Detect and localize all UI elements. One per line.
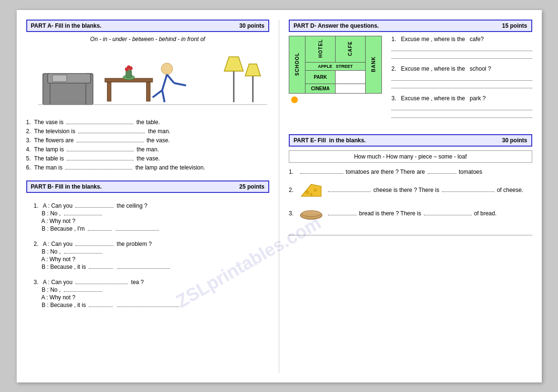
part-a-sentences: 1. The vase is the table. 2. The televis… [26, 119, 270, 171]
svg-line-14 [162, 74, 167, 90]
part-b-points: 25 points [239, 183, 264, 190]
svg-point-25 [305, 191, 309, 194]
svg-point-26 [314, 189, 316, 191]
map-school-label: SCHOOL [295, 53, 300, 76]
part-a-word-bank: On - in - under - between - behind - in … [26, 36, 270, 42]
map-cinema-label: CINEMA [305, 84, 336, 93]
bread-illustration [299, 205, 323, 222]
map-cafe-label: CAFE [347, 41, 353, 56]
part-e-word-bank: How much - How many - piece – some - loa… [289, 150, 532, 163]
part-b-dialogs: 1. A : Can you the ceiling ? B : No , A … [26, 202, 270, 308]
sentence-6: 6. The man is the lamp and the televisio… [26, 164, 270, 171]
cheese-illustration [299, 182, 323, 199]
sentence-4: 4. The lamp is the man. [26, 146, 270, 153]
part-e-header: PART E- Fill in the blanks. 30 points [289, 134, 532, 147]
dialog-3: 3. A : Can you tea ? B : No , A : Why no… [26, 279, 270, 308]
svg-point-29 [302, 210, 321, 216]
map-bank-label: BANK [371, 56, 376, 72]
question-2: 2. Excuse me , where is the school ? [391, 65, 532, 88]
svg-line-17 [167, 74, 174, 83]
worksheet-page: PART A- Fill in the blanks. 30 points On… [17, 10, 542, 382]
sentence-2: 2. The television is the man. [26, 128, 270, 135]
part-e-title: PART E- Fill in the blanks. [294, 137, 366, 144]
illustration-scene [26, 47, 270, 114]
part-b-header: PART B- Fill in the blanks. 25 points [26, 180, 270, 193]
part-d-header: PART D- Answer the questions. 15 points [289, 20, 532, 32]
food-item-3: 3. bread is there ? There is of bread. [289, 205, 532, 222]
svg-rect-4 [52, 75, 66, 82]
svg-marker-20 [224, 57, 243, 71]
right-column: PART D- Answer the questions. 15 points … [279, 20, 532, 373]
dialog-2: 2. A : Can you the problem ? B : No , A … [26, 241, 270, 270]
part-d-title: PART D- Answer the questions. [294, 22, 379, 29]
part-e-bottom-line [289, 229, 532, 235]
svg-point-12 [126, 65, 130, 69]
left-column: PART A- Fill in the blanks. 30 points On… [26, 20, 280, 373]
map: SCHOOL HOTEL CAFE BANK APPLE ST [289, 36, 382, 125]
dialog-1: 1. A : Can you the ceiling ? B : No , A … [26, 202, 270, 232]
question-3: 3. Excuse me , where is the park ? [391, 95, 532, 118]
food-item-1: 1. tomatoes are there ? There are tomato… [289, 169, 532, 175]
svg-rect-7 [146, 82, 150, 101]
map-hotel-label: HOTEL [318, 39, 323, 58]
svg-marker-22 [245, 64, 260, 76]
svg-rect-9 [126, 70, 131, 78]
svg-point-13 [161, 63, 172, 74]
part-d-questions: 1. Excuse me , where is the cafe? 2. Exc… [387, 36, 532, 125]
svg-rect-0 [47, 81, 90, 105]
map-location-dot [291, 96, 298, 103]
svg-point-27 [310, 193, 312, 195]
part-d-content: SCHOOL HOTEL CAFE BANK APPLE ST [289, 36, 532, 125]
part-e-points: 30 points [502, 137, 527, 144]
part-b-title: PART B- Fill in the blanks. [31, 183, 102, 190]
map-empty-cell2 [335, 84, 365, 93]
svg-rect-6 [107, 82, 111, 101]
part-a-title: PART A- Fill in the blanks. [31, 22, 102, 29]
part-a-points: 30 points [239, 22, 264, 29]
sentence-3: 3. The flowers are the vase. [26, 137, 270, 144]
sentence-1: 1. The vase is the table. [26, 119, 270, 126]
food-item-2: 2. cheese is there ? There is of cheese. [289, 182, 532, 199]
svg-line-18 [174, 83, 186, 85]
sentence-5: 5. The table is the vase. [26, 155, 270, 162]
part-a-header: PART A- Fill in the blanks. 30 points [26, 20, 270, 32]
map-empty-cell [335, 70, 365, 84]
part-d-points: 15 points [502, 22, 527, 29]
question-1: 1. Excuse me , where is the cafe? [391, 36, 532, 59]
svg-line-16 [162, 90, 164, 102]
svg-line-15 [152, 90, 162, 97]
map-park-label: PARK [305, 70, 336, 84]
map-street-label: APPLE STREET [305, 62, 366, 70]
